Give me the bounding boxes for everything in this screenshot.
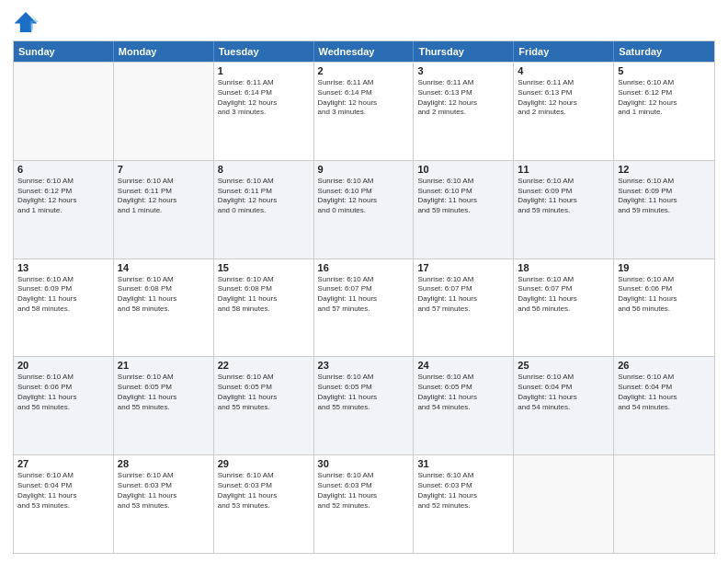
cell-info: Sunrise: 6:10 AM Sunset: 6:03 PM Dayligh…: [118, 471, 210, 511]
page: SundayMondayTuesdayWednesdayThursdayFrid…: [0, 0, 728, 563]
day-number: 24: [417, 360, 509, 371]
day-number: 30: [318, 458, 410, 469]
day-number: 27: [17, 458, 109, 469]
cell-info: Sunrise: 6:10 AM Sunset: 6:10 PM Dayligh…: [417, 177, 509, 216]
day-number: 5: [618, 65, 711, 76]
cell-info: Sunrise: 6:10 AM Sunset: 6:07 PM Dayligh…: [318, 275, 410, 315]
cell-info: Sunrise: 6:10 AM Sunset: 6:03 PM Dayligh…: [218, 471, 310, 511]
day-number: 13: [17, 262, 109, 273]
logo: [13, 9, 42, 35]
cell-info: Sunrise: 6:11 AM Sunset: 6:13 PM Dayligh…: [518, 78, 609, 118]
calendar-header-cell: Saturday: [614, 41, 714, 62]
calendar-cell: 26Sunrise: 6:10 AM Sunset: 6:04 PM Dayli…: [614, 357, 714, 454]
cell-info: Sunrise: 6:11 AM Sunset: 6:14 PM Dayligh…: [318, 78, 410, 118]
cell-info: Sunrise: 6:10 AM Sunset: 6:11 PM Dayligh…: [218, 177, 310, 216]
day-number: 14: [118, 262, 210, 273]
day-number: 23: [318, 360, 410, 371]
day-number: 10: [417, 164, 509, 175]
day-number: 19: [618, 262, 711, 273]
cell-info: Sunrise: 6:10 AM Sunset: 6:05 PM Dayligh…: [318, 373, 410, 412]
cell-info: Sunrise: 6:10 AM Sunset: 6:07 PM Dayligh…: [417, 275, 509, 315]
calendar-header-cell: Sunday: [14, 41, 114, 62]
header: [13, 9, 715, 35]
calendar-cell: 16Sunrise: 6:10 AM Sunset: 6:07 PM Dayli…: [314, 259, 415, 357]
calendar-cell: 23Sunrise: 6:10 AM Sunset: 6:05 PM Dayli…: [314, 357, 415, 454]
calendar-cell: 28Sunrise: 6:10 AM Sunset: 6:03 PM Dayli…: [114, 455, 214, 553]
calendar-cell: 30Sunrise: 6:10 AM Sunset: 6:03 PM Dayli…: [314, 455, 415, 553]
calendar-cell: 10Sunrise: 6:10 AM Sunset: 6:10 PM Dayli…: [414, 161, 514, 259]
cell-info: Sunrise: 6:10 AM Sunset: 6:08 PM Dayligh…: [118, 275, 210, 315]
day-number: 18: [518, 262, 609, 273]
calendar-cell: 21Sunrise: 6:10 AM Sunset: 6:05 PM Dayli…: [114, 357, 214, 454]
day-number: 31: [417, 458, 509, 469]
calendar-cell: 9Sunrise: 6:10 AM Sunset: 6:10 PM Daylig…: [314, 161, 415, 259]
calendar-cell: 1Sunrise: 6:11 AM Sunset: 6:14 PM Daylig…: [214, 63, 314, 160]
calendar-header-cell: Friday: [514, 41, 614, 62]
cell-info: Sunrise: 6:10 AM Sunset: 6:04 PM Dayligh…: [17, 471, 109, 511]
logo-icon: [13, 9, 39, 35]
cell-info: Sunrise: 6:10 AM Sunset: 6:11 PM Dayligh…: [118, 177, 210, 216]
calendar-row: 13Sunrise: 6:10 AM Sunset: 6:09 PM Dayli…: [14, 259, 714, 357]
day-number: 28: [118, 458, 210, 469]
day-number: 26: [618, 360, 711, 371]
calendar-cell: 22Sunrise: 6:10 AM Sunset: 6:05 PM Dayli…: [214, 357, 314, 454]
calendar-row: 20Sunrise: 6:10 AM Sunset: 6:06 PM Dayli…: [14, 356, 714, 454]
cell-info: Sunrise: 6:10 AM Sunset: 6:03 PM Dayligh…: [318, 471, 410, 511]
cell-info: Sunrise: 6:10 AM Sunset: 6:07 PM Dayligh…: [518, 275, 609, 315]
calendar-cell: 20Sunrise: 6:10 AM Sunset: 6:06 PM Dayli…: [14, 357, 114, 454]
calendar-cell: [614, 455, 714, 553]
day-number: 16: [318, 262, 410, 273]
day-number: 4: [518, 65, 609, 76]
calendar-row: 1Sunrise: 6:11 AM Sunset: 6:14 PM Daylig…: [14, 62, 714, 160]
calendar-row: 6Sunrise: 6:10 AM Sunset: 6:12 PM Daylig…: [14, 160, 714, 259]
calendar-cell: 14Sunrise: 6:10 AM Sunset: 6:08 PM Dayli…: [114, 259, 214, 357]
calendar-cell: [514, 455, 614, 553]
day-number: 11: [518, 164, 609, 175]
cell-info: Sunrise: 6:10 AM Sunset: 6:12 PM Dayligh…: [17, 177, 109, 216]
calendar-cell: 19Sunrise: 6:10 AM Sunset: 6:06 PM Dayli…: [614, 259, 714, 357]
calendar-header-cell: Thursday: [414, 41, 514, 62]
cell-info: Sunrise: 6:10 AM Sunset: 6:08 PM Dayligh…: [218, 275, 310, 315]
calendar-cell: 29Sunrise: 6:10 AM Sunset: 6:03 PM Dayli…: [214, 455, 314, 553]
cell-info: Sunrise: 6:11 AM Sunset: 6:14 PM Dayligh…: [218, 78, 310, 118]
cell-info: Sunrise: 6:11 AM Sunset: 6:13 PM Dayligh…: [417, 78, 509, 118]
calendar-header-cell: Monday: [114, 41, 214, 62]
day-number: 25: [518, 360, 609, 371]
cell-info: Sunrise: 6:10 AM Sunset: 6:05 PM Dayligh…: [118, 373, 210, 412]
calendar-cell: 11Sunrise: 6:10 AM Sunset: 6:09 PM Dayli…: [514, 161, 614, 259]
day-number: 17: [417, 262, 509, 273]
day-number: 29: [218, 458, 310, 469]
cell-info: Sunrise: 6:10 AM Sunset: 6:09 PM Dayligh…: [618, 177, 711, 216]
day-number: 2: [318, 65, 410, 76]
cell-info: Sunrise: 6:10 AM Sunset: 6:03 PM Dayligh…: [417, 471, 509, 511]
day-number: 12: [618, 164, 711, 175]
calendar-cell: 5Sunrise: 6:10 AM Sunset: 6:12 PM Daylig…: [614, 63, 714, 160]
day-number: 20: [17, 360, 109, 371]
cell-info: Sunrise: 6:10 AM Sunset: 6:04 PM Dayligh…: [618, 373, 711, 412]
calendar-header: SundayMondayTuesdayWednesdayThursdayFrid…: [14, 41, 714, 62]
cell-info: Sunrise: 6:10 AM Sunset: 6:09 PM Dayligh…: [518, 177, 609, 216]
calendar-cell: 24Sunrise: 6:10 AM Sunset: 6:05 PM Dayli…: [414, 357, 514, 454]
day-number: 22: [218, 360, 310, 371]
calendar-cell: 4Sunrise: 6:11 AM Sunset: 6:13 PM Daylig…: [514, 63, 614, 160]
calendar-body: 1Sunrise: 6:11 AM Sunset: 6:14 PM Daylig…: [14, 62, 714, 553]
cell-info: Sunrise: 6:10 AM Sunset: 6:06 PM Dayligh…: [618, 275, 711, 315]
day-number: 15: [218, 262, 310, 273]
day-number: 6: [17, 164, 109, 175]
calendar: SundayMondayTuesdayWednesdayThursdayFrid…: [13, 40, 715, 554]
calendar-cell: 13Sunrise: 6:10 AM Sunset: 6:09 PM Dayli…: [14, 259, 114, 357]
calendar-cell: [14, 63, 114, 160]
cell-info: Sunrise: 6:10 AM Sunset: 6:12 PM Dayligh…: [618, 78, 711, 118]
cell-info: Sunrise: 6:10 AM Sunset: 6:05 PM Dayligh…: [417, 373, 509, 412]
day-number: 8: [218, 164, 310, 175]
calendar-cell: 7Sunrise: 6:10 AM Sunset: 6:11 PM Daylig…: [114, 161, 214, 259]
calendar-cell: 18Sunrise: 6:10 AM Sunset: 6:07 PM Dayli…: [514, 259, 614, 357]
cell-info: Sunrise: 6:10 AM Sunset: 6:06 PM Dayligh…: [17, 373, 109, 412]
calendar-header-cell: Wednesday: [314, 41, 415, 62]
calendar-cell: 12Sunrise: 6:10 AM Sunset: 6:09 PM Dayli…: [614, 161, 714, 259]
calendar-cell: 31Sunrise: 6:10 AM Sunset: 6:03 PM Dayli…: [414, 455, 514, 553]
calendar-cell: 6Sunrise: 6:10 AM Sunset: 6:12 PM Daylig…: [14, 161, 114, 259]
calendar-cell: 8Sunrise: 6:10 AM Sunset: 6:11 PM Daylig…: [214, 161, 314, 259]
cell-info: Sunrise: 6:10 AM Sunset: 6:04 PM Dayligh…: [518, 373, 609, 412]
day-number: 21: [118, 360, 210, 371]
